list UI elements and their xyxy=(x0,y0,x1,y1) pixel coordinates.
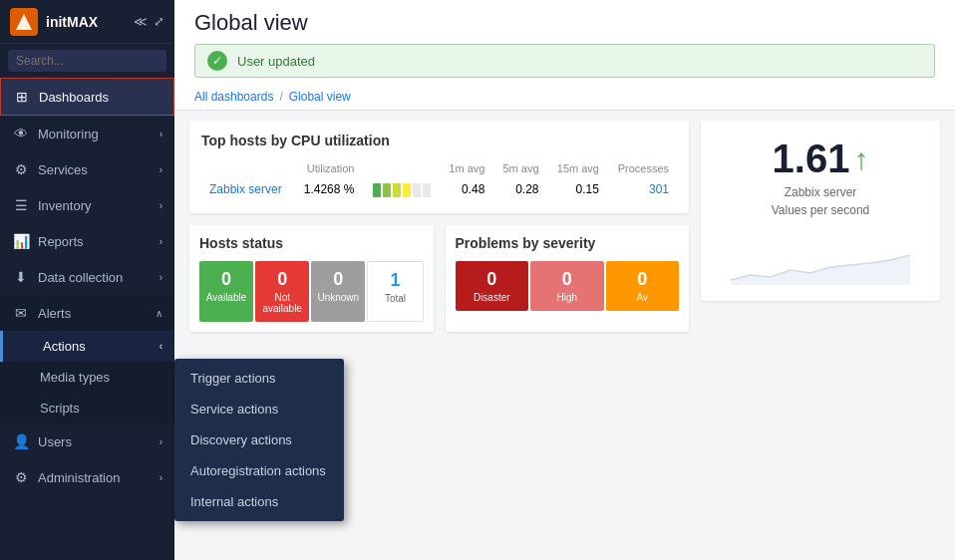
col-bar xyxy=(362,158,439,178)
chevron-left-icon: ‹ xyxy=(159,341,162,352)
unknown-count: 0 xyxy=(315,269,361,290)
hosts-status-widget: Hosts status 0 Available 0 Not available xyxy=(189,225,434,332)
sidebar-item-services[interactable]: ⚙ Services › xyxy=(0,151,174,187)
cpu-bar-cell xyxy=(362,178,439,201)
status-cells: 0 Available 0 Not available 0 Unknown xyxy=(199,261,424,322)
logo-controls: ≪ ⤢ xyxy=(134,14,164,29)
dropdown-trigger-actions[interactable]: Trigger actions xyxy=(174,363,344,394)
sidebar-item-monitoring[interactable]: 👁 Monitoring › xyxy=(0,116,174,151)
data-collection-icon: ⬇ xyxy=(12,269,30,285)
logo-icon xyxy=(10,8,38,36)
breadcrumb-all-dashboards[interactable]: All dashboards xyxy=(194,90,273,104)
sidebar-item-dashboards[interactable]: ⊞ Dashboards xyxy=(0,78,174,116)
high-label: High xyxy=(534,292,600,303)
chevron-right-icon: › xyxy=(159,236,162,247)
actions-label: Actions xyxy=(43,339,86,354)
users-icon: 👤 xyxy=(12,433,30,449)
cpu-table: Utilization 1m avg 5m avg 15m avg Proces… xyxy=(201,158,677,201)
inventory-icon: ☰ xyxy=(12,197,30,213)
host-name[interactable]: Zabbix server xyxy=(201,178,293,201)
dropdown-autoregistration-actions[interactable]: Autoregistration actions xyxy=(174,455,344,486)
status-unknown: 0 Unknown xyxy=(311,261,365,322)
sidebar-item-actions[interactable]: Actions ‹ xyxy=(0,331,174,362)
chevron-right-icon: › xyxy=(159,272,162,283)
available-count: 0 xyxy=(203,269,249,290)
not-available-count: 0 xyxy=(259,269,305,290)
notification-icon: ✓ xyxy=(207,51,227,71)
disaster-count: 0 xyxy=(460,269,525,290)
dashboard-right: 1.61 ↑ Zabbix server Values per second xyxy=(701,121,940,550)
status-not-available: 0 Not available xyxy=(255,261,309,322)
cpu-bar xyxy=(373,183,431,197)
sidebar-item-data-collection[interactable]: ⬇ Data collection › xyxy=(0,259,174,295)
col-utilization: Utilization xyxy=(293,158,362,178)
processes-value[interactable]: 301 xyxy=(607,178,677,201)
page-title: Global view xyxy=(194,10,935,36)
sidebar-item-users[interactable]: 👤 Users › xyxy=(0,423,174,459)
sidebar-item-label: Reports xyxy=(38,234,159,249)
search-input[interactable] xyxy=(8,50,166,72)
notification-bar: ✓ User updated xyxy=(194,44,935,78)
bar-seg-5 xyxy=(413,183,421,197)
bar-seg-6 xyxy=(423,183,431,197)
col-15m: 15m avg xyxy=(547,158,607,178)
sidebar-item-media-types[interactable]: Media types xyxy=(0,362,174,393)
scripts-label: Scripts xyxy=(40,401,80,416)
severity-disaster: 0 Disaster xyxy=(456,261,529,311)
sidebar-item-scripts[interactable]: Scripts xyxy=(0,393,174,423)
disaster-label: Disaster xyxy=(460,292,525,303)
main-header: Global view ✓ User updated All dashboard… xyxy=(174,0,955,111)
col-5m: 5m avg xyxy=(492,158,546,178)
average-count: 0 xyxy=(610,269,676,290)
dashboards-icon: ⊞ xyxy=(13,89,31,105)
sidebar-item-administration[interactable]: ⚙ Administration › xyxy=(0,459,174,495)
cpu-widget-title: Top hosts by CPU utilization xyxy=(201,133,677,148)
chevron-right-icon: › xyxy=(159,200,162,211)
sidebar-item-inventory[interactable]: ☰ Inventory › xyxy=(0,187,174,223)
hosts-status-title: Hosts status xyxy=(199,235,424,251)
chevron-right-icon: › xyxy=(159,164,162,175)
avg1-value: 0.48 xyxy=(439,178,492,201)
sidebar-item-label: Users xyxy=(38,434,159,449)
severity-cells: 0 Disaster 0 High 0 Av xyxy=(456,261,680,311)
not-available-label: Not available xyxy=(259,292,305,314)
dropdown-internal-actions[interactable]: Internal actions xyxy=(174,486,344,517)
available-label: Available xyxy=(203,292,249,303)
chevron-right-icon: › xyxy=(159,129,162,140)
monitoring-icon: 👁 xyxy=(12,126,30,141)
collapse-icon[interactable]: ≪ xyxy=(134,14,148,29)
metric-arrow-icon: ↑ xyxy=(853,142,868,176)
dropdown-service-actions[interactable]: Service actions xyxy=(174,394,344,424)
metric-value: 1.61 xyxy=(773,137,850,181)
bar-seg-3 xyxy=(393,183,401,197)
sparkline xyxy=(731,225,910,285)
sidebar-item-alerts[interactable]: ✉ Alerts ∧ xyxy=(0,295,174,331)
severity-high: 0 High xyxy=(530,261,604,311)
sidebar-item-label: Monitoring xyxy=(38,127,159,141)
sidebar-item-label: Inventory xyxy=(38,198,159,213)
avg15-value: 0.15 xyxy=(547,178,607,201)
chevron-right-icon: › xyxy=(159,472,162,483)
avg5-value: 0.28 xyxy=(492,178,546,201)
problems-row: Hosts status 0 Available 0 Not available xyxy=(189,225,689,332)
bar-seg-2 xyxy=(383,183,391,197)
table-row: Zabbix server 1.4268 % xyxy=(201,178,677,201)
chevron-up-icon: ∧ xyxy=(156,308,162,319)
chevron-right-icon: › xyxy=(159,436,162,447)
problems-severity-widget: Problems by severity 0 Disaster 0 High xyxy=(446,225,690,332)
sidebar-item-reports[interactable]: 📊 Reports › xyxy=(0,223,174,259)
col-host xyxy=(201,158,293,178)
sidebar-item-label: Services xyxy=(38,162,159,177)
sidebar-item-label: Dashboards xyxy=(39,90,161,105)
sidebar-logo: initMAX ≪ ⤢ xyxy=(0,0,174,44)
alerts-section: ✉ Alerts ∧ Actions ‹ Media types Scripts xyxy=(0,295,174,423)
dropdown-discovery-actions[interactable]: Discovery actions xyxy=(174,424,344,455)
expand-icon[interactable]: ⤢ xyxy=(154,14,164,29)
sidebar-nav: ⊞ Dashboards 👁 Monitoring › ⚙ Services ›… xyxy=(0,78,174,560)
bar-seg-1 xyxy=(373,183,381,197)
actions-dropdown-menu: Trigger actions Service actions Discover… xyxy=(174,359,344,521)
administration-icon: ⚙ xyxy=(12,469,30,485)
sidebar-search-container xyxy=(0,44,174,78)
total-count: 1 xyxy=(372,270,418,291)
unknown-label: Unknown xyxy=(315,292,361,303)
